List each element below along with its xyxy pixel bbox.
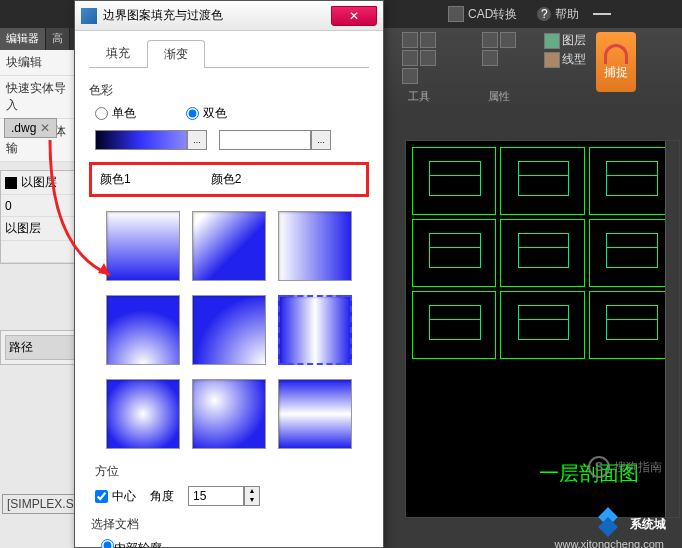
ribbon-toolbar: 工具 属性 图层 线型 捕捉 <box>380 28 672 106</box>
color-labels-highlight: 颜色1 颜色2 <box>89 162 369 197</box>
thumbnail[interactable] <box>500 291 584 359</box>
angle-input[interactable]: ▲▼ <box>188 486 260 506</box>
gradient-preset[interactable] <box>192 379 266 449</box>
dialog-tabs: 填充 渐变 <box>89 39 369 68</box>
radio-double-color[interactable]: 双色 <box>186 105 227 122</box>
color2-label: 颜色2 <box>211 171 242 188</box>
dialog-icon <box>81 8 97 24</box>
minimize-icon[interactable] <box>593 13 611 15</box>
dialog-title: 边界图案填充与过渡色 <box>103 7 223 24</box>
dropdown-icon[interactable]: ... <box>187 130 207 150</box>
close-icon[interactable]: ✕ <box>40 121 50 135</box>
tab-gradient[interactable]: 渐变 <box>147 40 205 68</box>
dialog-titlebar[interactable]: 边界图案填充与过渡色 ✕ <box>75 1 383 31</box>
left-tab-editor[interactable]: 编辑器 <box>0 28 46 50</box>
gradient-preset[interactable] <box>278 379 352 449</box>
properties-panel: 以图层 0 以图层 <box>0 170 80 264</box>
scrollbar-vertical[interactable] <box>665 141 679 517</box>
color1-picker[interactable]: ... <box>95 130 207 150</box>
help-button[interactable]: ?帮助 <box>537 6 579 23</box>
thumbnail[interactable] <box>589 147 673 215</box>
radio-inner-boundary[interactable]: 内部轮廓 <box>101 539 369 548</box>
layer-icon <box>544 33 560 49</box>
file-tab[interactable]: .dwg ✕ <box>4 118 57 138</box>
tool-icon[interactable] <box>402 32 418 48</box>
gradient-preset[interactable] <box>106 211 180 281</box>
watermark-url: www.xitongcheng.com <box>555 538 664 548</box>
orientation-label: 方位 <box>95 463 369 480</box>
layer-button[interactable]: 图层 <box>544 32 586 49</box>
watermark-sogou: S 搜狗指南 <box>588 456 662 478</box>
prop-row[interactable] <box>1 241 79 263</box>
color-swatch <box>5 177 17 189</box>
tool-icon[interactable] <box>482 50 498 66</box>
gradient-preset[interactable] <box>278 211 352 281</box>
color-pickers: ... ... <box>89 130 369 150</box>
tool-icon[interactable] <box>420 32 436 48</box>
help-icon: ? <box>537 7 551 21</box>
color-section-label: 色彩 <box>89 82 369 99</box>
angle-label: 角度 <box>150 488 174 505</box>
gradient-preset-selected[interactable] <box>278 295 352 365</box>
dropdown-icon[interactable]: ... <box>311 130 331 150</box>
linetype-icon <box>544 52 560 68</box>
tool-icon[interactable] <box>500 32 516 48</box>
prop-row[interactable]: 以图层 <box>1 217 79 241</box>
select-doc-label: 选择文档 <box>91 516 369 533</box>
chevron-up-icon: ▲ <box>245 487 259 496</box>
gradient-preset[interactable] <box>106 295 180 365</box>
close-button[interactable]: ✕ <box>331 6 377 26</box>
dialog-body: 填充 渐变 色彩 单色 双色 ... ... 颜色1 颜色2 <box>75 31 383 548</box>
gradient-presets <box>89 205 369 455</box>
gradient-preset[interactable] <box>192 295 266 365</box>
color-section: 色彩 单色 双色 ... ... <box>89 78 369 158</box>
gradient-preset[interactable] <box>192 211 266 281</box>
left-tabs: 编辑器 高 <box>0 28 79 50</box>
orientation-section: 方位 中心 角度 ▲▼ <box>89 463 369 506</box>
center-checkbox[interactable]: 中心 <box>95 488 136 505</box>
tool-group-layer: 图层 线型 <box>544 32 586 106</box>
thumbnail[interactable] <box>412 219 496 287</box>
tool-icon[interactable] <box>420 50 436 66</box>
magnet-icon <box>604 44 628 64</box>
tool-icon[interactable] <box>402 68 418 84</box>
thumbnail[interactable] <box>589 219 673 287</box>
file-tab-label: .dwg <box>11 121 36 135</box>
thumbnail[interactable] <box>412 147 496 215</box>
tool-icon[interactable] <box>482 32 498 48</box>
cad-convert-button[interactable]: CAD转换 <box>448 6 517 23</box>
thumbnail[interactable] <box>500 219 584 287</box>
group-label: 属性 <box>488 89 510 104</box>
capture-button[interactable]: 捕捉 <box>596 32 636 92</box>
thumbnail[interactable] <box>500 147 584 215</box>
tool-icon[interactable] <box>402 50 418 66</box>
color1-label: 颜色1 <box>100 171 131 188</box>
color1-swatch <box>95 130 187 150</box>
tab-fill[interactable]: 填充 <box>89 39 147 67</box>
select-document-section: 选择文档 内部轮廓 外轮廓 <box>89 516 369 548</box>
color2-swatch <box>219 130 311 150</box>
watermark-xitongcheng: 系统城 <box>592 508 666 540</box>
convert-icon <box>448 6 464 22</box>
chevron-down-icon: ▼ <box>245 496 259 505</box>
linetype-button[interactable]: 线型 <box>544 51 586 68</box>
prop-row[interactable]: 0 <box>1 195 79 217</box>
drawing-thumbnails <box>406 141 679 365</box>
hatch-gradient-dialog: 边界图案填充与过渡色 ✕ 填充 渐变 色彩 单色 双色 ... ... 颜色1 … <box>74 0 384 548</box>
color2-picker[interactable]: ... <box>219 130 331 150</box>
tool-group-tools: 工具 <box>384 32 454 106</box>
angle-spinner[interactable]: ▲▼ <box>244 486 260 506</box>
group-label: 工具 <box>408 89 430 104</box>
thumbnail[interactable] <box>589 291 673 359</box>
left-tab-high[interactable]: 高 <box>46 28 70 50</box>
prop-row[interactable]: 以图层 <box>1 171 79 195</box>
thumbnail[interactable] <box>412 291 496 359</box>
left-list: 块编辑 快速实体导入 多边形实体输 <box>0 50 79 162</box>
list-item[interactable]: 块编辑 <box>0 50 79 76</box>
gradient-preset[interactable] <box>106 379 180 449</box>
list-item[interactable]: 快速实体导入 <box>0 76 79 119</box>
left-panel: 编辑器 高 块编辑 快速实体导入 多边形实体输 <box>0 28 80 548</box>
angle-field[interactable] <box>188 486 244 506</box>
radio-single-color[interactable]: 单色 <box>95 105 136 122</box>
tool-group-props: 属性 <box>464 32 534 106</box>
